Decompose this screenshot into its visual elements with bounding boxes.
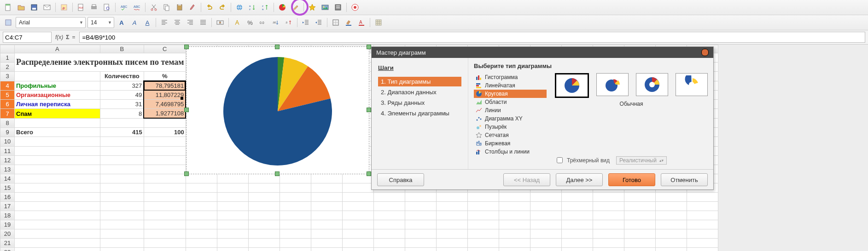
merge-icon[interactable]	[215, 17, 226, 28]
subtype-donut[interactable]	[636, 73, 668, 96]
autospell-icon[interactable]: ABC	[131, 2, 142, 13]
preview-icon[interactable]	[101, 2, 112, 13]
qty-cell[interactable]: 31	[100, 100, 144, 109]
print-icon[interactable]	[88, 2, 99, 13]
italic-icon[interactable]: A	[129, 17, 140, 28]
row-header[interactable]: 2	[0, 63, 15, 72]
row-header[interactable]: 4	[0, 81, 15, 91]
qty-cell[interactable]: 49	[100, 91, 144, 100]
row-header[interactable]: 10	[0, 137, 15, 146]
indent-inc-icon[interactable]	[313, 17, 324, 28]
row-header[interactable]: 18	[0, 211, 15, 220]
resize-handle[interactable]	[367, 171, 371, 176]
dec-inc-icon[interactable]: .00	[270, 17, 281, 28]
fx-icon[interactable]: f(x)	[55, 34, 63, 40]
total-label[interactable]: Всего	[15, 128, 100, 137]
chart-type-item[interactable]: Биржевая	[474, 139, 547, 148]
font-size-combo[interactable]: 14 ▼	[87, 17, 114, 28]
fontcolor-icon[interactable]: A	[356, 17, 367, 28]
subtype-exploded-donut[interactable]	[676, 73, 708, 96]
cut-icon[interactable]	[148, 2, 159, 13]
qty-cell[interactable]: 8	[100, 109, 144, 119]
row-header[interactable]: 19	[0, 220, 15, 229]
pct-cell[interactable]: 7,4698795	[144, 100, 186, 109]
pct-header[interactable]: %	[144, 72, 186, 81]
finish-button[interactable]: Готово	[608, 173, 655, 186]
col-header[interactable]: C	[144, 45, 186, 53]
row-header[interactable]: 15	[0, 183, 15, 192]
resize-handle[interactable]	[367, 108, 371, 112]
sort-asc-icon[interactable]: az	[247, 2, 258, 13]
row-header[interactable]: 13	[0, 165, 15, 174]
category-cell[interactable]: Организационные	[15, 91, 100, 100]
row-header[interactable]: 9	[0, 128, 15, 137]
styles-icon[interactable]	[3, 17, 14, 28]
shade-combo[interactable]: Реалистичный ▴▾	[616, 156, 667, 165]
align-left-icon[interactable]	[159, 17, 170, 28]
row-header[interactable]: 7	[0, 109, 15, 119]
pct-cell[interactable]: 1,9277108	[144, 109, 186, 119]
title-cell[interactable]: Распределение электронных писем по темам	[15, 53, 186, 72]
category-cell[interactable]: Профильные	[15, 81, 100, 91]
formula-input[interactable]	[79, 32, 865, 43]
equals-icon[interactable]: =	[72, 34, 76, 40]
next-button[interactable]: Далее >>	[556, 173, 603, 186]
chart-type-item[interactable]: Столбцы и линии	[474, 148, 547, 156]
qty-header[interactable]: Количество	[100, 72, 144, 81]
row-header[interactable]: 21	[0, 238, 15, 247]
chart-type-item[interactable]: Сетчатая	[474, 131, 547, 139]
font-name-combo[interactable]: Arial ▼	[16, 17, 86, 28]
row-header[interactable]: 6	[0, 100, 15, 109]
row-header[interactable]: 16	[0, 192, 15, 201]
sum-icon[interactable]: Σ	[66, 34, 69, 40]
navigator-icon[interactable]	[307, 2, 318, 13]
chart-type-item[interactable]: Пузырёк	[474, 123, 547, 131]
chart-object[interactable]	[186, 46, 369, 174]
wizard-step[interactable]: 2. Диапазон данных	[378, 87, 461, 97]
row-header[interactable]: 3	[0, 72, 15, 81]
total-qty[interactable]: 415	[100, 128, 144, 137]
wizard-titlebar[interactable]: Мастер диаграмм	[372, 47, 713, 58]
wizard-step[interactable]: 1. Тип диаграммы	[378, 77, 461, 86]
resize-handle[interactable]	[184, 108, 189, 112]
wizard-step[interactable]: 4. Элементы диаграммы	[378, 108, 461, 118]
bold-icon[interactable]: A	[116, 17, 127, 28]
three-d-input[interactable]	[557, 157, 563, 163]
gallery-icon[interactable]	[320, 2, 331, 13]
chart-type-item[interactable]: Области	[474, 98, 547, 106]
row-header[interactable]: 1	[0, 53, 15, 63]
number-icon[interactable]: 0.0	[257, 17, 268, 28]
open-icon[interactable]	[16, 2, 27, 13]
subtype-normal-pie[interactable]	[555, 73, 589, 98]
three-d-checkbox[interactable]: Трёхмерный вид	[555, 156, 610, 165]
chart-type-item[interactable]: Диаграмма XY	[474, 114, 547, 123]
wizard-step[interactable]: 3. Ряды данных	[378, 98, 461, 108]
new-icon[interactable]	[3, 2, 14, 13]
chart-type-list[interactable]: ГистограммаЛинейчатаяКруговаяОбластиЛини…	[474, 73, 547, 156]
save-icon[interactable]	[29, 2, 40, 13]
hyperlink-icon[interactable]	[234, 2, 245, 13]
align-center-icon[interactable]	[172, 17, 183, 28]
row-header[interactable]: 22	[0, 247, 15, 251]
col-header[interactable]: B	[100, 45, 144, 53]
redo-icon[interactable]	[217, 2, 228, 13]
pdf-icon[interactable]: PDF	[76, 2, 87, 13]
paintbrush-icon[interactable]	[187, 2, 198, 13]
close-icon[interactable]	[701, 49, 709, 56]
bgcolor-icon[interactable]	[343, 17, 354, 28]
cancel-button[interactable]: Отменить	[661, 173, 708, 186]
row-header[interactable]: 20	[0, 229, 15, 238]
edit-icon[interactable]	[58, 2, 70, 13]
col-header[interactable]: A	[15, 45, 100, 53]
percent-icon[interactable]: %	[245, 17, 256, 28]
pct-cell[interactable]: 11,807229	[144, 91, 186, 100]
pct-cell[interactable]: 78,795181	[144, 81, 186, 91]
resize-handle[interactable]	[275, 171, 280, 176]
dec-dec-icon[interactable]: .0	[283, 17, 294, 28]
category-cell[interactable]: Спам	[15, 109, 100, 119]
grid-icon[interactable]	[373, 17, 384, 28]
resize-handle[interactable]	[184, 45, 189, 49]
row-header[interactable]: 12	[0, 155, 15, 165]
help-icon[interactable]	[350, 2, 361, 13]
resize-handle[interactable]	[184, 171, 189, 176]
